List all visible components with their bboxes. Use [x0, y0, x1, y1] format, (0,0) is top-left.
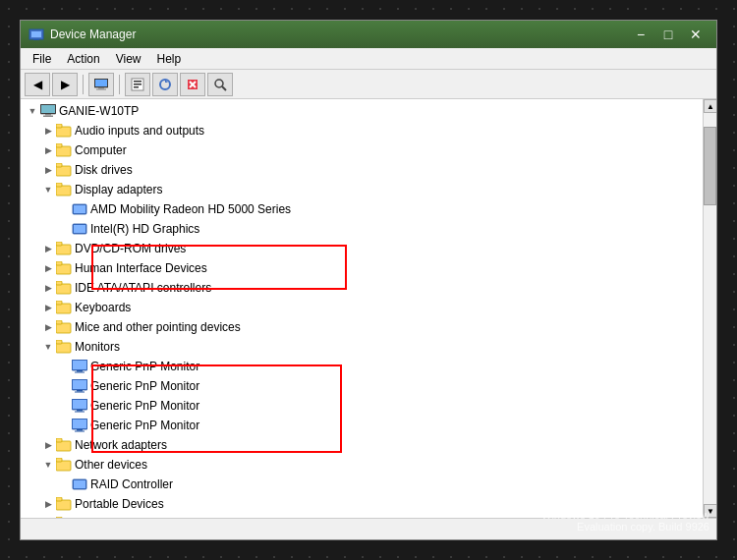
svg-rect-62	[56, 441, 71, 451]
svg-rect-34	[56, 245, 71, 254]
menu-bar: File Action View Help	[21, 48, 716, 70]
menu-help[interactable]: Help	[149, 50, 190, 68]
svg-rect-64	[56, 461, 71, 471]
expand-icon-display: ▼	[40, 182, 56, 197]
tree-label-hid: Human Interface Devices	[75, 261, 207, 275]
tree-item-amd[interactable]: ▶ AMD Mobility Radeon HD 5000 Series	[21, 199, 703, 219]
svg-rect-67	[74, 480, 85, 488]
svg-rect-22	[56, 127, 71, 137]
tree-item-hid[interactable]: ▶ Human Interface Devices	[21, 258, 703, 278]
title-bar: Device Manager − □ ✕	[21, 21, 716, 48]
window-title: Device Manager	[50, 28, 628, 41]
vertical-scrollbar[interactable]: ▲ ▼	[703, 99, 716, 518]
other-folder-icon	[56, 457, 72, 473]
svg-rect-25	[56, 143, 62, 147]
expand-icon-audio: ▶	[40, 123, 56, 139]
close-button[interactable]: ✕	[683, 25, 709, 44]
tree-item-network[interactable]: ▶ Network adapters	[21, 435, 703, 455]
svg-rect-56	[77, 410, 83, 412]
tree-item-mice[interactable]: ▶ Mice and other pointing devices	[21, 317, 703, 337]
expand-icon-monitors: ▼	[40, 339, 56, 355]
tree-item-dvd[interactable]: ▶ DVD/CD-ROM drives	[21, 239, 703, 258]
mice-folder-icon	[56, 319, 72, 335]
tree-item-portable[interactable]: ▶ Portable Devices	[21, 494, 703, 514]
expand-icon-disk: ▶	[40, 162, 56, 178]
tree-item-ide[interactable]: ▶ IDE ATA/ATAPI controllers	[21, 278, 703, 298]
svg-rect-51	[73, 380, 86, 389]
monitors-folder-icon	[56, 339, 72, 355]
toolbar-update[interactable]	[152, 73, 178, 96]
tree-item-audio[interactable]: ▶ Audio inputs and outputs	[21, 121, 703, 140]
device-tree[interactable]: ▼ GANIE-W10TP ▶	[21, 99, 703, 518]
svg-rect-27	[56, 163, 62, 167]
tree-item-keyboards[interactable]: ▶ Keyboards	[21, 298, 703, 317]
svg-rect-28	[56, 186, 71, 196]
audio-folder-icon	[56, 123, 72, 139]
monitor2-icon	[72, 378, 87, 394]
tree-label-audio: Audio inputs and outputs	[75, 124, 204, 138]
svg-rect-60	[77, 429, 83, 431]
expand-icon-mice: ▶	[40, 319, 56, 335]
amd-device-icon	[72, 201, 87, 217]
tree-label-portable: Portable Devices	[75, 497, 164, 511]
svg-rect-43	[56, 320, 62, 324]
svg-rect-57	[75, 412, 85, 413]
scroll-down-arrow[interactable]: ▼	[704, 504, 716, 518]
toolbar-scan[interactable]	[207, 73, 233, 96]
tree-item-disk[interactable]: ▶ Disk drives	[21, 160, 703, 180]
svg-rect-48	[77, 370, 83, 372]
tree-item-other[interactable]: ▼ Other devices	[21, 455, 703, 475]
expand-icon-root: ▼	[25, 103, 40, 119]
menu-action[interactable]: Action	[59, 50, 107, 68]
minimize-button[interactable]: −	[628, 25, 653, 44]
svg-rect-69	[56, 497, 62, 501]
tree-item-intel[interactable]: ▶ Intel(R) HD Graphics	[21, 219, 703, 239]
device-manager-window: Device Manager − □ ✕ File Action View He…	[20, 20, 717, 540]
tree-item-monitor4[interactable]: ▶ Generic PnP Monitor	[21, 416, 703, 435]
tree-label-mice: Mice and other pointing devices	[75, 320, 241, 334]
tree-item-monitor1[interactable]: ▶ Generic PnP Monitor	[21, 357, 703, 376]
tree-item-computer[interactable]: ▶ Computer	[21, 140, 703, 160]
menu-file[interactable]: File	[25, 50, 59, 68]
hid-folder-icon	[56, 260, 72, 276]
toolbar-separator-2	[119, 75, 120, 94]
tree-label-monitor2: Generic PnP Monitor	[90, 379, 199, 393]
svg-rect-40	[56, 304, 71, 313]
maximize-button[interactable]: □	[655, 25, 681, 44]
monitor4-icon	[72, 418, 87, 433]
tree-label-computer: Computer	[75, 143, 127, 157]
svg-rect-59	[73, 420, 86, 428]
svg-rect-4	[95, 80, 107, 86]
svg-rect-55	[73, 400, 86, 409]
computer-folder-icon	[56, 142, 72, 158]
tree-label-network: Network adapters	[75, 438, 167, 452]
disk-folder-icon	[56, 162, 72, 178]
toolbar-forward[interactable]: ▶	[52, 73, 78, 96]
tree-item-raid[interactable]: ▶ RAID Controller	[21, 475, 703, 494]
svg-rect-2	[33, 39, 39, 40]
toolbar-uninstall[interactable]	[180, 73, 205, 96]
tree-label-root: GANIE-W10TP	[59, 104, 139, 118]
expand-icon-hid: ▶	[40, 260, 56, 276]
tree-label-disk: Disk drives	[75, 163, 133, 177]
toolbar-back[interactable]: ◀	[25, 73, 50, 96]
svg-rect-9	[134, 84, 142, 85]
print-folder-icon	[56, 516, 72, 518]
content-area: ▼ GANIE-W10TP ▶	[21, 99, 716, 518]
tree-label-display: Display adapters	[75, 183, 162, 196]
toolbar-properties[interactable]	[125, 73, 150, 96]
toolbar: ◀ ▶	[21, 70, 716, 99]
tree-item-display[interactable]: ▼ Display adapters	[21, 180, 703, 199]
dvd-folder-icon	[56, 241, 72, 256]
scroll-up-arrow[interactable]: ▲	[704, 99, 716, 113]
scrollbar-thumb[interactable]	[704, 127, 716, 205]
svg-rect-38	[56, 284, 71, 294]
menu-view[interactable]: View	[108, 50, 149, 68]
toolbar-computer[interactable]	[88, 73, 114, 96]
svg-rect-53	[75, 392, 85, 393]
tree-item-monitor2[interactable]: ▶ Generic PnP Monitor	[21, 376, 703, 396]
tree-item-monitors[interactable]: ▼ Monitors	[21, 337, 703, 357]
tree-item-print[interactable]: ▶ Print queues	[21, 514, 703, 518]
tree-item-monitor3[interactable]: ▶ Generic PnP Monitor	[21, 396, 703, 416]
tree-item-root[interactable]: ▼ GANIE-W10TP	[21, 101, 703, 121]
